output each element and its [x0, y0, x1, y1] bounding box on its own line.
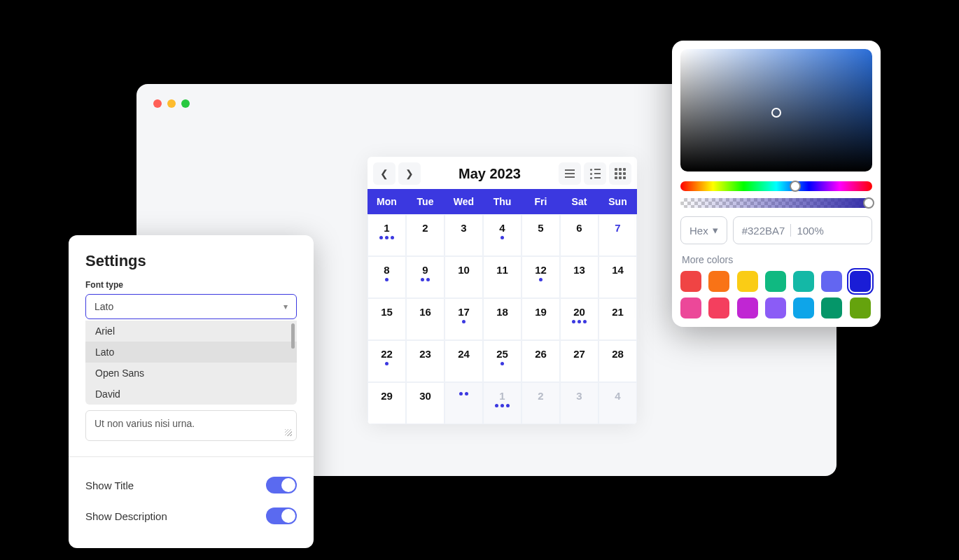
hue-handle[interactable] — [790, 181, 801, 192]
next-month-button[interactable]: ❯ — [398, 162, 421, 185]
calendar-cell[interactable]: 4 — [598, 382, 637, 424]
color-swatch[interactable] — [821, 271, 842, 292]
calendar-cell[interactable] — [444, 382, 483, 424]
color-swatch[interactable] — [765, 271, 786, 292]
calendar-day-number: 4 — [615, 390, 620, 402]
calendar-cell[interactable]: 6 — [560, 214, 598, 256]
font-option[interactable]: Open Sans — [85, 363, 297, 384]
calendar-cell[interactable]: 5 — [522, 214, 560, 256]
color-swatch[interactable] — [793, 298, 814, 318]
calendar-cell[interactable]: 9 — [406, 256, 444, 298]
resize-grip-icon[interactable] — [285, 429, 292, 436]
calendar-event-dots — [539, 278, 542, 281]
calendar-cell[interactable]: 8 — [368, 256, 406, 298]
calendar-day-number: 8 — [384, 264, 389, 276]
color-swatch[interactable] — [793, 271, 814, 292]
calendar-cell[interactable]: 13 — [560, 256, 598, 298]
alpha-slider[interactable] — [680, 198, 872, 208]
color-swatch[interactable] — [737, 298, 758, 318]
calendar-cell[interactable]: 21 — [598, 298, 637, 340]
close-window-button[interactable] — [153, 99, 162, 108]
calendar-cell[interactable]: 4 — [483, 214, 522, 256]
show-title-toggle[interactable] — [266, 477, 297, 493]
calendar-cell[interactable]: 15 — [368, 298, 406, 340]
color-swatch[interactable] — [850, 271, 871, 292]
calendar-cell[interactable]: 23 — [406, 340, 444, 382]
color-swatch[interactable] — [680, 271, 701, 292]
calendar-cell[interactable]: 16 — [406, 298, 444, 340]
color-swatch[interactable] — [680, 298, 701, 318]
color-swatch[interactable] — [850, 298, 871, 318]
color-swatch[interactable] — [821, 298, 842, 318]
view-list-button[interactable] — [559, 162, 581, 185]
color-value-row: Hex ▾ #322BA7 100% — [680, 216, 872, 244]
divider — [790, 224, 791, 237]
calendar-cell[interactable]: 18 — [483, 298, 522, 340]
calendar-cell[interactable]: 2 — [406, 214, 444, 256]
calendar-cell[interactable]: 2 — [522, 382, 560, 424]
color-swatch[interactable] — [708, 271, 729, 292]
font-option[interactable]: Lato — [85, 342, 297, 363]
show-title-row: Show Title — [85, 470, 297, 500]
calendar-cell[interactable]: 17 — [444, 298, 483, 340]
list-icon — [565, 169, 575, 178]
calendar-day-number: 19 — [535, 306, 547, 318]
calendar-cell[interactable]: 25 — [483, 340, 522, 382]
maximize-window-button[interactable] — [181, 99, 190, 108]
calendar-event-dots — [379, 236, 394, 239]
color-picker: Hex ▾ #322BA7 100% More colors — [672, 41, 881, 327]
dropdown-scrollbar[interactable] — [291, 323, 295, 349]
calendar-cell[interactable]: 24 — [444, 340, 483, 382]
color-swatch[interactable] — [765, 298, 786, 318]
calendar-cell[interactable]: 28 — [598, 340, 637, 382]
calendar-widget: ❮ ❯ May 2023 MonTueWedThuFriSatSun 12345… — [368, 157, 637, 424]
calendar-cell[interactable]: 27 — [560, 340, 598, 382]
calendar-day-number: 6 — [576, 222, 582, 234]
calendar-cell[interactable]: 26 — [522, 340, 560, 382]
font-type-select[interactable]: Lato ▾ — [85, 294, 297, 319]
calendar-dayname: Fri — [522, 189, 560, 214]
calendar-day-number: 2 — [538, 390, 543, 402]
saturation-lightness-area[interactable] — [680, 49, 872, 172]
font-option[interactable]: Ariel — [85, 321, 297, 342]
view-bullets-button[interactable] — [584, 162, 606, 185]
calendar-cell[interactable]: 19 — [522, 298, 560, 340]
calendar-cell[interactable]: 30 — [406, 382, 444, 424]
calendar-cell[interactable]: 11 — [483, 256, 522, 298]
color-handle[interactable] — [771, 108, 781, 118]
calendar-cell[interactable]: 29 — [368, 382, 406, 424]
description-textarea[interactable]: Ut non varius nisi urna. — [85, 410, 297, 441]
minimize-window-button[interactable] — [167, 99, 176, 108]
calendar-cell[interactable]: 7 — [598, 214, 637, 256]
show-description-row: Show Description — [85, 500, 297, 531]
calendar-cell[interactable]: 12 — [522, 256, 560, 298]
calendar-cell[interactable]: 20 — [560, 298, 598, 340]
calendar-cell[interactable]: 1 — [368, 214, 406, 256]
calendar-cell[interactable]: 3 — [444, 214, 483, 256]
show-description-toggle[interactable] — [266, 507, 297, 524]
view-grid-button[interactable] — [609, 162, 631, 185]
color-swatch[interactable] — [737, 271, 758, 292]
calendar-day-number: 9 — [422, 264, 428, 276]
calendar-cell[interactable]: 14 — [598, 256, 637, 298]
alpha-handle[interactable] — [863, 197, 874, 209]
calendar-day-number: 28 — [612, 348, 624, 360]
font-type-dropdown: ArielLatoOpen SansDavid — [85, 321, 297, 405]
calendar-day-number: 4 — [499, 222, 505, 234]
calendar-event-dots — [385, 362, 388, 365]
calendar-day-number: 7 — [615, 222, 620, 234]
color-format-select[interactable]: Hex ▾ — [680, 216, 727, 244]
color-swatch[interactable] — [708, 298, 729, 318]
chevron-right-icon: ❯ — [405, 168, 414, 179]
font-type-label: Font type — [85, 280, 297, 290]
show-title-label: Show Title — [85, 479, 134, 491]
font-option[interactable]: David — [85, 384, 297, 405]
color-value-input[interactable]: #322BA7 100% — [733, 216, 872, 244]
calendar-event-dots — [462, 320, 465, 323]
hue-slider[interactable] — [680, 181, 872, 191]
calendar-cell[interactable]: 3 — [560, 382, 598, 424]
prev-month-button[interactable]: ❮ — [373, 162, 396, 185]
calendar-cell[interactable]: 10 — [444, 256, 483, 298]
calendar-cell[interactable]: 22 — [368, 340, 406, 382]
calendar-cell[interactable]: 1 — [483, 382, 522, 424]
